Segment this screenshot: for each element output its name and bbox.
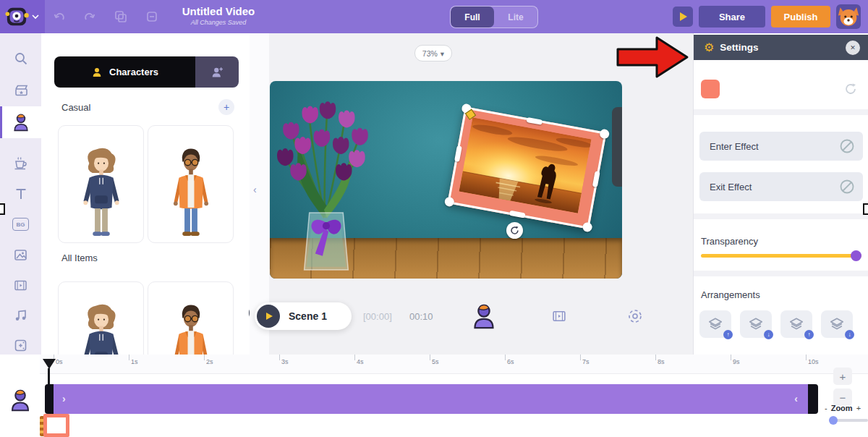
effects-icon (13, 338, 28, 353)
smart-move-icon[interactable] (620, 115, 622, 130)
exit-effect-label: Exit Effect (710, 182, 752, 192)
character-card-a[interactable] (58, 281, 144, 355)
filter-icon[interactable] (620, 140, 622, 154)
scene-pill[interactable]: Scene 1 (255, 302, 352, 330)
app-logo[interactable] (0, 0, 45, 33)
timeline-zoom-slider-thumb[interactable] (829, 416, 838, 425)
resize-handle-s[interactable] (509, 211, 526, 218)
arrow-badge-icon: ↓ (764, 330, 773, 339)
search-icon (14, 51, 28, 66)
text-icon (14, 187, 28, 201)
settings-title: Settings (720, 42, 758, 53)
arrow-badge-icon: ↑ (723, 330, 733, 339)
reset-color-icon[interactable] (844, 82, 857, 96)
sidebar-item-text[interactable] (0, 179, 41, 209)
resize-handle-se[interactable] (582, 221, 593, 232)
exit-effect-row[interactable]: Exit Effect (699, 172, 863, 201)
more-tool-icon[interactable] (145, 9, 159, 24)
section-casual-label: Casual (61, 102, 90, 113)
playhead-stem (48, 368, 50, 385)
trim-handle-right[interactable] (808, 384, 818, 414)
arrangement-send-to-back[interactable]: ↓ (821, 310, 853, 338)
zoom-plus-label[interactable]: + (856, 404, 861, 412)
section-divider (694, 109, 868, 115)
playhead[interactable] (43, 359, 56, 369)
sidebar-item-backgrounds[interactable]: BG (0, 209, 41, 239)
arrangement-bring-forward[interactable]: ↑ (699, 310, 731, 338)
share-button[interactable]: Share (699, 6, 765, 27)
resize-handle-w[interactable] (454, 145, 462, 162)
person-icon (91, 67, 103, 78)
zoom-minus-label[interactable]: - (825, 404, 827, 412)
scene-character-icon[interactable] (472, 302, 496, 331)
sidebar-item-music[interactable] (0, 300, 41, 331)
sidebar-item-characters[interactable] (0, 106, 41, 138)
scene-video-icon[interactable] (551, 308, 567, 324)
resize-handle-sw[interactable] (444, 196, 455, 207)
image-item-thumb[interactable] (43, 414, 69, 437)
settings-close-button[interactable]: ✕ (846, 41, 860, 55)
redo-icon[interactable] (82, 9, 97, 24)
character-card-b[interactable] (148, 281, 234, 355)
mode-toggle: Full Lite (450, 6, 538, 28)
music-note-icon (14, 308, 28, 323)
enter-effect-row[interactable]: Enter Effect (699, 132, 863, 161)
track-bar[interactable]: › ‹ (54, 384, 808, 414)
track-character-icon[interactable] (9, 386, 31, 414)
chevron-right-icon: › (62, 393, 66, 404)
rotate-handle[interactable] (506, 222, 523, 239)
filmstrip-icon (13, 278, 28, 293)
rotate-icon (510, 226, 519, 235)
timeline-ruler[interactable]: 0s1s2s3s4s5s6s7s8s9s10s (40, 355, 868, 374)
duplicate-icon[interactable] (114, 9, 128, 24)
transparency-slider[interactable] (701, 254, 861, 258)
user-avatar[interactable] (836, 4, 861, 29)
project-title-block[interactable]: Untitled Video All Changes Saved (168, 5, 269, 26)
canvas-zoom-control[interactable]: 73% ▾ (414, 45, 452, 61)
resize-handle-ne[interactable] (599, 129, 610, 140)
tulip-bouquet[interactable] (271, 97, 381, 276)
transparency-label: Transparency (701, 236, 758, 247)
toggle-lite[interactable]: Lite (494, 7, 537, 27)
character-card-b[interactable] (148, 125, 234, 243)
sidebar-item-create-video[interactable] (0, 75, 41, 106)
scene-track[interactable]: › ‹ (45, 384, 818, 414)
scene-duration[interactable]: 00:10 (409, 311, 433, 322)
scene-focus-icon[interactable] (626, 307, 644, 325)
timeline-zoom-in-button[interactable]: + (833, 368, 852, 385)
characters-tabs: Characters (54, 56, 239, 88)
arrangement-send-backward[interactable]: ↓ (740, 310, 772, 338)
sidebar-item-videos[interactable] (0, 270, 41, 300)
caret-down-icon: ▾ (441, 49, 444, 58)
settings-header: ⚙ Settings ✕ (694, 35, 868, 60)
arrangement-buttons: ↑↓↑↓ (699, 310, 853, 338)
toggle-full[interactable]: Full (451, 7, 494, 27)
arrangement-bring-to-front[interactable]: ↑ (780, 310, 812, 338)
character-card-a[interactable] (58, 125, 144, 243)
section-all-items-label: All Items (61, 253, 98, 263)
clapperboard-icon (14, 83, 28, 98)
tab-characters-label: Characters (109, 67, 158, 77)
delete-icon[interactable] (620, 165, 622, 179)
resize-handle-n[interactable] (526, 117, 542, 125)
canvas[interactable]: ⚙ (270, 81, 622, 279)
transparency-slider-thumb[interactable] (851, 250, 861, 261)
sidebar-item-properties[interactable] (0, 148, 41, 178)
person-plus-icon (210, 66, 224, 79)
add-casual-button[interactable]: + (218, 99, 234, 115)
sidebar-item-search[interactable] (0, 43, 41, 74)
undo-icon[interactable] (52, 9, 67, 24)
frame-color-swatch[interactable] (701, 80, 720, 98)
scene-play-button[interactable] (257, 305, 280, 328)
arrangements-label: Arrangements (701, 289, 760, 300)
characters-panel: Characters Casual + All Items (41, 33, 250, 355)
selected-image-frame[interactable] (447, 106, 606, 229)
preview-play-button[interactable] (673, 7, 693, 27)
collapse-panel-chevron[interactable]: ‹ (253, 184, 257, 195)
resize-handle-e[interactable] (592, 171, 600, 187)
publish-button[interactable]: Publish (771, 6, 830, 27)
tab-characters[interactable]: Characters (54, 56, 195, 88)
trim-handle-left[interactable] (45, 384, 54, 414)
tab-create-character[interactable] (195, 56, 239, 88)
sidebar-item-images[interactable] (0, 239, 41, 270)
